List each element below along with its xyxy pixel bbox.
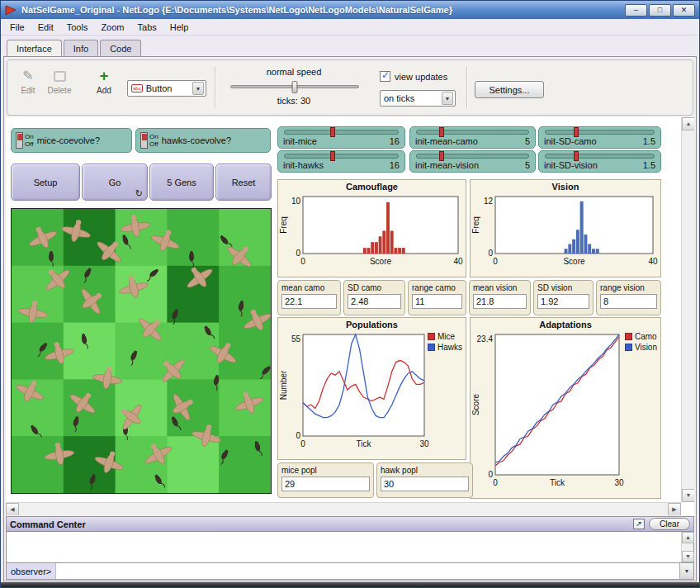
- slider-handle[interactable]: [330, 127, 335, 137]
- switch-mice-coevolve[interactable]: On Off mice-coevolve?: [11, 128, 132, 153]
- menu-zoom[interactable]: Zoom: [94, 21, 130, 34]
- svg-text:23.4: 23.4: [477, 334, 494, 344]
- scroll-up-button[interactable]: ▲: [682, 117, 694, 130]
- slider-init-hawks[interactable]: init-hawks 16: [277, 150, 405, 173]
- plot-title: Populations: [278, 318, 466, 330]
- slider-value: 1.5: [643, 160, 655, 170]
- command-center-header[interactable]: Command Center ↗ Clear: [7, 517, 693, 532]
- slider-track[interactable]: [284, 154, 399, 159]
- settings-button[interactable]: Settings...: [475, 81, 544, 98]
- plot-title: Adaptations: [471, 318, 660, 330]
- observer-prompt: observer>: [7, 563, 56, 579]
- monitor-value: 8: [600, 294, 657, 309]
- switch-knob[interactable]: [142, 134, 147, 140]
- dropdown-arrow-icon: ▼: [192, 82, 204, 95]
- maximize-button[interactable]: □: [649, 4, 671, 17]
- reset-button[interactable]: Reset: [215, 164, 272, 201]
- slider-init-SD-vision[interactable]: init-SD-vision 1.5: [538, 150, 661, 173]
- slider-handle[interactable]: [439, 151, 444, 161]
- delete-tool-button[interactable]: Delete: [45, 69, 73, 95]
- slider-track[interactable]: [416, 154, 529, 159]
- switch-track[interactable]: [140, 132, 148, 149]
- slider-init-SD-camo[interactable]: init-SD-camo 1.5: [538, 126, 661, 149]
- close-icon: ✕: [681, 6, 688, 14]
- monitor-label: mean camo: [281, 283, 337, 292]
- command-output-area[interactable]: ▲ ▼: [7, 532, 693, 562]
- scroll-right-button[interactable]: ▶: [668, 503, 681, 515]
- slider-handle[interactable]: [574, 127, 579, 137]
- widget-type-dropdown[interactable]: abc Button ▼: [127, 80, 206, 97]
- slider-handle[interactable]: [439, 127, 444, 137]
- view-updates-checkbox[interactable]: ✓: [380, 71, 390, 82]
- svg-text:40: 40: [453, 257, 463, 266]
- slider-track[interactable]: [545, 130, 655, 135]
- svg-text:Freq: Freq: [471, 216, 480, 234]
- maximize-icon: □: [658, 6, 662, 14]
- monitor-value: 2.48: [348, 294, 401, 309]
- five-gens-button[interactable]: 5 Gens: [149, 164, 214, 201]
- scroll-down-button[interactable]: ▼: [682, 489, 694, 502]
- command-input[interactable]: [56, 563, 679, 579]
- slider-init-mean-camo[interactable]: init-mean-camo 5: [409, 126, 536, 149]
- output-scrollbar[interactable]: ▲ ▼: [681, 532, 693, 562]
- slider-track[interactable]: [545, 154, 655, 159]
- scroll-left-button[interactable]: ◀: [6, 503, 19, 515]
- update-mode-dropdown[interactable]: on ticks ▼: [380, 90, 456, 107]
- slider-handle[interactable]: [574, 151, 579, 161]
- world-canvas: [12, 209, 271, 493]
- speed-slider-handle[interactable]: [292, 81, 298, 93]
- slider-track[interactable]: [284, 130, 399, 135]
- menu-file[interactable]: File: [3, 21, 31, 34]
- monitor-value: 21.8: [473, 294, 527, 309]
- forever-icon: ↻: [135, 188, 143, 199]
- edit-tool-button[interactable]: ✎ Edit: [14, 69, 42, 95]
- monitor-label: mean vision: [473, 283, 527, 292]
- menubar: File Edit Tools Zoom Tabs Help: [1, 19, 699, 36]
- monitor-value: 1.92: [537, 294, 589, 309]
- setup-button[interactable]: Setup: [11, 164, 80, 201]
- tab-code[interactable]: Code: [100, 40, 141, 56]
- switch-hawks-coevolve[interactable]: On Off hawks-coevolve?: [135, 128, 271, 153]
- switch-toggle[interactable]: On Off: [140, 132, 158, 149]
- scroll-up-button[interactable]: ▲: [682, 532, 694, 543]
- switch-toggle[interactable]: On Off: [16, 132, 34, 149]
- tab-info[interactable]: Info: [64, 40, 98, 56]
- popout-button[interactable]: ↗: [633, 519, 645, 529]
- vertical-scrollbar[interactable]: ▲ ▼: [681, 117, 694, 502]
- slider-init-mean-vision[interactable]: init-mean-vision 5: [409, 150, 536, 173]
- slider-label: init-mean-vision: [415, 160, 479, 170]
- tab-interface[interactable]: Interface: [7, 40, 62, 57]
- go-button[interactable]: Go ↻: [82, 164, 148, 201]
- minimize-button[interactable]: –: [625, 4, 647, 17]
- clear-button[interactable]: Clear: [649, 518, 690, 530]
- scroll-down-button[interactable]: ▼: [682, 551, 694, 562]
- speed-slider[interactable]: [230, 85, 359, 88]
- slider-track[interactable]: [416, 130, 529, 135]
- history-dropdown-button[interactable]: ▼: [679, 563, 693, 579]
- speed-slider-label: normal speed: [224, 67, 364, 77]
- horizontal-scrollbar[interactable]: ◀ ▶: [6, 502, 681, 515]
- svg-text:Score: Score: [370, 257, 392, 266]
- monitor-label: SD camo: [348, 283, 401, 292]
- netlogo-window: NatSelGame_Original - NetLogo {E:\Docume…: [0, 0, 700, 588]
- switch-knob[interactable]: [17, 134, 22, 140]
- close-button[interactable]: ✕: [673, 4, 695, 17]
- plot-adaptations: Adaptations23.40030TickScoreCamoVision: [470, 317, 661, 499]
- button-label: Go: [109, 178, 121, 187]
- titlebar[interactable]: NatSelGame_Original - NetLogo {E:\Docume…: [1, 1, 699, 19]
- world-view[interactable]: [11, 208, 272, 494]
- add-tool-button[interactable]: + Add: [90, 69, 118, 95]
- menu-help[interactable]: Help: [163, 21, 196, 34]
- pencil-icon: ✎: [22, 69, 33, 83]
- slider-value: 5: [525, 160, 530, 170]
- widget-type-value: Button: [146, 83, 189, 93]
- switch-track[interactable]: [16, 132, 23, 149]
- slider-handle[interactable]: [330, 151, 335, 161]
- menu-edit[interactable]: Edit: [31, 21, 60, 34]
- update-mode-value: on ticks: [384, 93, 438, 103]
- slider-init-mice[interactable]: init-mice 16: [277, 126, 405, 149]
- plot-canvas: 23.40030TickScore: [471, 330, 660, 496]
- legend-label: Mice: [438, 332, 455, 341]
- menu-tools[interactable]: Tools: [60, 21, 95, 34]
- menu-tabs[interactable]: Tabs: [131, 21, 163, 34]
